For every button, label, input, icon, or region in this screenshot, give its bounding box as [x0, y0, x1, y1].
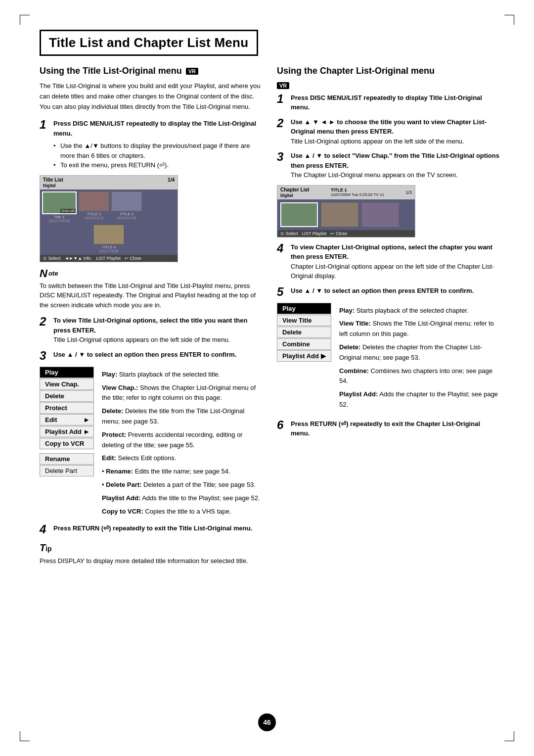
desc-copy-vcr: Copy to VCR: Copies the title to a VHS t…	[102, 507, 262, 517]
right-option-play[interactable]: Play	[277, 303, 331, 314]
left-intro: The Title List-Original is where you bui…	[40, 81, 262, 112]
left-step-4: 4 Press RETURN (⏎) repeatedly to exit th…	[40, 523, 262, 535]
tip-box: Tip Press DISPLAY to display more detail…	[40, 540, 262, 566]
right-step-6: 6 Press RETURN (⏎) repeatedly to exit th…	[277, 419, 499, 438]
left-step-1-bold: Press DISC MENU/LIST repeatedly to displ…	[53, 120, 256, 137]
left-step-3-content: Use ▲ / ▼ to select an option then press…	[53, 350, 262, 360]
sub-options: Rename Delete Part	[40, 453, 94, 476]
left-step-3-bold: Use ▲ / ▼ to select an option then press…	[53, 351, 236, 358]
left-step-4-num: 4	[40, 523, 49, 535]
right-desc-playlist-add: Playlist Add: Adds the chapter to the Pl…	[339, 389, 499, 410]
corner-mark-bl	[20, 731, 30, 741]
rename-option[interactable]: Rename	[40, 453, 94, 465]
chapter-thumb-1	[280, 202, 318, 227]
right-step-3-content: Use ▲ / ▼ to select "View Chap." from th…	[291, 151, 499, 180]
right-step-5: 5 Use ▲ / ▼ to select an option then pre…	[277, 286, 499, 298]
right-desc-view-title: View Title: Shows the Title List-Origina…	[339, 319, 499, 339]
right-option-list: Play View Title Delete Combine Playlist …	[277, 303, 331, 362]
right-step-3: 3 Use ▲ / ▼ to select "View Chap." from …	[277, 151, 499, 180]
left-step-2-content: To view Title List-Original options, sel…	[53, 316, 262, 345]
left-step-2-num: 2	[40, 316, 49, 328]
option-protect[interactable]: Protect	[40, 402, 94, 414]
chapter-thumbnails	[277, 199, 415, 230]
right-step-4-bold: To view Chapter List-Original options, s…	[291, 243, 492, 261]
left-step-3-num: 3	[40, 350, 49, 362]
right-vr-badge: VR	[277, 82, 289, 89]
right-menu-options-container: Play View Title Delete Combine Playlist …	[277, 303, 499, 413]
right-step-5-content: Use ▲ / ▼ to select an option then press…	[291, 286, 499, 296]
left-section-heading: Using the Title List-Original menu VR	[40, 66, 262, 76]
right-step-4-content: To view Chapter List-Original options, s…	[291, 242, 499, 281]
page-title: Title List and Chapter List Menu	[40, 30, 258, 56]
edit-arrow: ▶	[85, 417, 89, 423]
right-option-descriptions: Play: Starts playback of the selected ch…	[339, 303, 499, 413]
right-column: Using the Chapter List-Original menu VR …	[277, 66, 499, 571]
chapter-count: 1/3	[405, 190, 412, 195]
left-step-2: 2 To view Title List-Original options, s…	[40, 316, 262, 345]
right-option-view-title[interactable]: View Title	[277, 315, 331, 326]
tip-heading: Tip	[40, 540, 262, 555]
right-step-4-num: 4	[277, 242, 287, 254]
right-step-3-bold: Use ▲ / ▼ to select "View Chap." from th…	[291, 152, 499, 169]
option-view-chap[interactable]: View Chap.	[40, 378, 94, 390]
right-step-1: 1 Press DISC MENU/LIST repeatedly to dis…	[277, 93, 499, 112]
right-step-1-bold: Press DISC MENU/LIST repeatedly to displ…	[291, 94, 482, 111]
chapter-bottom-bar: ⊙ Select LIST Playlist ↩ Close	[277, 230, 415, 237]
corner-mark-tr	[504, 15, 514, 25]
right-step-2-content: Use ▲ ▼ ◄ ► to choose the title you want…	[291, 117, 499, 146]
right-desc-play: Play: Starts playback of the selected ch…	[339, 306, 499, 316]
left-step-4-content: Press RETURN (⏎) repeatedly to exit the …	[53, 523, 262, 533]
desc-view-chap: View Chap.: Shows the Chapter List-Origi…	[102, 383, 262, 404]
right-playlist-arrow: ▶	[321, 352, 326, 360]
right-step-4: 4 To view Chapter List-Original options,…	[277, 242, 499, 281]
note-heading: Note	[40, 268, 262, 279]
right-desc-combine: Combine: Combines two chapters into one;…	[339, 366, 499, 387]
right-step-2-num: 2	[277, 117, 287, 129]
option-playlist-add[interactable]: Playlist Add ▶	[40, 426, 94, 437]
left-vr-badge: VR	[186, 68, 198, 75]
option-copy-vcr[interactable]: Copy to VCR	[40, 438, 94, 449]
left-step-1-num: 1	[40, 119, 49, 131]
screenshot-bottom-bar: ⊙ Select ◄►▼▲ Info. LIST Playlist ↩ Clos…	[40, 255, 178, 262]
left-column: Using the Title List-Original menu VR Th…	[40, 66, 262, 571]
option-list: Play View Chap. Delete Protect Edit ▶ Pl…	[40, 367, 94, 477]
tip-text: Press DISPLAY to display more detailed t…	[40, 556, 262, 566]
chapter-date: 12/07/2004 Tue 0:25:20 TV 11	[331, 192, 384, 197]
page: Title List and Chapter List Menu Using t…	[0, 0, 534, 756]
right-step-1-content: Press DISC MENU/LIST repeatedly to displ…	[291, 93, 499, 112]
note-box: Note To switch between the Title List-Or…	[40, 268, 262, 310]
desc-delete: Delete: Deletes the title from the Title…	[102, 406, 262, 427]
corner-mark-br	[504, 731, 514, 741]
desc-rename: • Rename: Edits the title name; see page…	[102, 467, 262, 477]
chapter-header: Chapter ListDigital TITLE 1 12/07/2004 T…	[277, 186, 415, 199]
bullet-1: Use the ▲/▼ buttons to display the previ…	[53, 141, 262, 160]
option-edit[interactable]: Edit ▶	[40, 414, 94, 425]
bullet-2: To exit the menu, press RETURN (⏎).	[53, 160, 262, 170]
right-desc-delete: Delete: Deletes the chapter from the Cha…	[339, 342, 499, 363]
delete-part-option[interactable]: Delete Part	[40, 465, 94, 476]
option-play[interactable]: Play	[40, 367, 94, 378]
right-heading-text: Using the Chapter List-Original menu	[277, 66, 435, 76]
screenshot-header: Title ListDigital 1/4	[40, 176, 178, 189]
title-list-screenshot: Title ListDigital 1/4 DVD-VR Title 1 10/…	[40, 175, 178, 262]
option-delete[interactable]: Delete	[40, 390, 94, 402]
desc-protect: Protect: Prevents accidental recording, …	[102, 430, 262, 451]
desc-play: Play: Starts playback of the selected ti…	[102, 370, 262, 380]
chapter-title: TITLE 1	[331, 188, 384, 192]
option-descriptions: Play: Starts playback of the selected ti…	[102, 367, 262, 520]
left-step-1: 1 Press DISC MENU/LIST repeatedly to dis…	[40, 119, 262, 170]
right-option-delete[interactable]: Delete	[277, 327, 331, 338]
right-step-3-desc: The Chapter List-Original menu appears o…	[291, 170, 499, 180]
right-step-6-num: 6	[277, 419, 287, 431]
chapter-thumb-2	[321, 202, 358, 227]
right-step-2-desc: Title List-Original options appear on th…	[291, 137, 499, 146]
right-step-4-desc: Chapter List-Original options appear on …	[291, 262, 499, 281]
right-step-6-bold: Press RETURN (⏎) repeatedly to exit the …	[291, 420, 480, 437]
right-option-playlist-add[interactable]: Playlist Add ▶	[277, 350, 331, 362]
desc-edit: Edit: Selects Edit options.	[102, 453, 262, 464]
right-step-2-bold: Use ▲ ▼ ◄ ► to choose the title you want…	[291, 118, 487, 136]
right-step-1-num: 1	[277, 93, 287, 105]
main-content: Using the Title List-Original menu VR Th…	[40, 66, 499, 571]
right-step-5-num: 5	[277, 286, 287, 298]
right-option-combine[interactable]: Combine	[277, 338, 331, 350]
